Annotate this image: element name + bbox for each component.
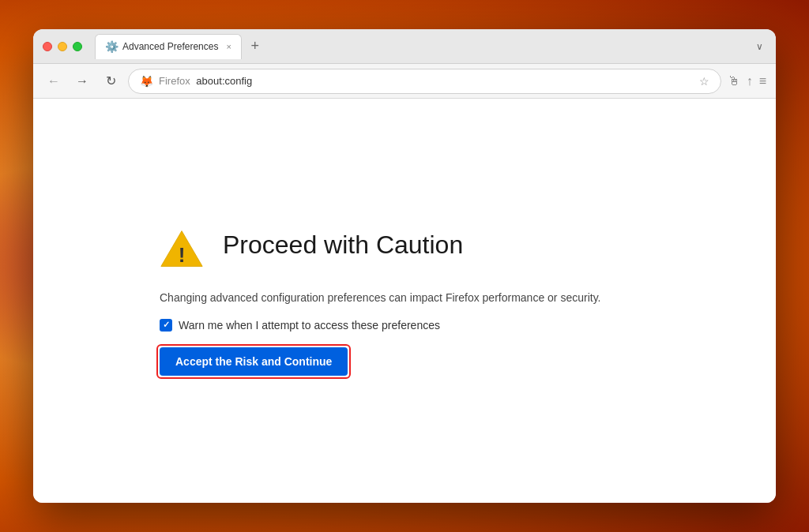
address-text: Firefox about:config — [159, 75, 693, 87]
maximize-button[interactable] — [73, 42, 82, 51]
page-title: Proceed with Caution — [223, 227, 463, 260]
close-button[interactable] — [43, 42, 52, 51]
page-content: ! Proceed with Caution Changing advanced… — [33, 99, 776, 503]
pocket-icon[interactable]: 🖱 — [728, 74, 740, 88]
nav-bar: ← → ↻ 🦊 Firefox about:config ☆ 🖱 ↑ ≡ — [33, 64, 776, 99]
new-tab-button[interactable]: + — [245, 36, 265, 57]
site-name: Firefox — [159, 75, 190, 87]
accept-risk-button[interactable]: Accept the Risk and Continue — [160, 347, 348, 376]
title-bar: ⚙️ Advanced Preferences × + ∨ — [33, 29, 776, 64]
nav-right-icons: 🖱 ↑ ≡ — [728, 74, 766, 88]
tab-dropdown-button[interactable]: ∨ — [753, 38, 766, 55]
menu-icon[interactable]: ≡ — [759, 74, 766, 88]
warning-section: ! Proceed with Caution — [160, 227, 463, 271]
share-icon[interactable]: ↑ — [747, 74, 753, 88]
tab-close-button[interactable]: × — [226, 42, 231, 51]
checkbox-label: Warn me when I attempt to access these p… — [179, 319, 440, 332]
bookmark-icon[interactable]: ☆ — [699, 75, 709, 88]
tab-bar: ⚙️ Advanced Preferences × + ∨ — [95, 34, 766, 59]
checkbox-row: Warn me when I attempt to access these p… — [160, 319, 440, 332]
svg-text:!: ! — [179, 242, 186, 266]
minimize-button[interactable] — [58, 42, 67, 51]
warning-triangle-icon: ! — [160, 227, 204, 271]
traffic-lights — [43, 42, 82, 51]
firefox-logo-icon: 🦊 — [140, 75, 152, 88]
active-tab[interactable]: ⚙️ Advanced Preferences × — [95, 34, 242, 59]
tab-favicon: ⚙️ — [105, 40, 118, 53]
accept-button-wrapper: Accept the Risk and Continue — [160, 347, 348, 376]
browser-window: ⚙️ Advanced Preferences × + ∨ ← → ↻ 🦊 Fi… — [33, 29, 776, 503]
reload-button[interactable]: ↻ — [100, 70, 122, 92]
back-button[interactable]: ← — [43, 70, 65, 92]
address-url: about:config — [196, 75, 252, 87]
address-bar[interactable]: 🦊 Firefox about:config ☆ — [128, 69, 721, 94]
forward-button[interactable]: → — [71, 70, 93, 92]
warn-checkbox[interactable] — [160, 319, 172, 332]
tab-title: Advanced Preferences — [122, 41, 218, 52]
warning-description: Changing advanced configuration preferen… — [160, 290, 600, 306]
